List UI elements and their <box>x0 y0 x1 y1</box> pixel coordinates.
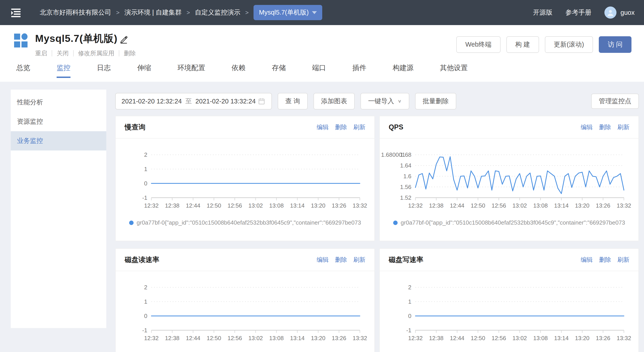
app-header: Mysql5.7(单机版) 重启 关闭 修改所属应用 删除 Web终端 构 建 … <box>0 25 644 82</box>
svg-text:12:32: 12:32 <box>408 202 423 209</box>
header-buttons: Web终端 构 建 更新(滚动) 访 问 <box>456 36 632 53</box>
breadcrumb-environment[interactable]: 演示环境 | 自建集群 <box>124 8 182 17</box>
user-avatar[interactable] <box>604 7 616 19</box>
svg-text:12:38: 12:38 <box>165 202 180 209</box>
tab-plugins[interactable]: 插件 <box>352 63 366 78</box>
divider <box>52 50 52 57</box>
tab-logs[interactable]: 日志 <box>97 63 111 78</box>
svg-text:13:32: 13:32 <box>617 335 631 341</box>
svg-text:13:26: 13:26 <box>596 202 610 209</box>
tab-build-source[interactable]: 构建源 <box>393 63 414 78</box>
build-button[interactable]: 构 建 <box>506 36 539 53</box>
restart-action[interactable]: 重启 <box>35 49 47 57</box>
tab-overview[interactable]: 总览 <box>16 63 30 78</box>
delete-chart-link[interactable]: 删除 <box>335 123 347 131</box>
delete-chart-link[interactable]: 删除 <box>599 256 611 264</box>
main-panel: 2021-02-20 12:32:24 至 2021-02-20 13:32:2… <box>115 82 639 352</box>
date-range-picker[interactable]: 2021-02-20 12:32:24 至 2021-02-20 13:32:2… <box>115 93 272 110</box>
tab-other-settings[interactable]: 其他设置 <box>440 63 468 78</box>
rolling-update-button[interactable]: 更新(滚动) <box>545 36 593 53</box>
visit-button[interactable]: 访 问 <box>599 36 632 53</box>
sidebar-item-resource-monitor[interactable]: 资源监控 <box>11 112 106 131</box>
slow-query-chart-canvas: 210-112:3212:3812:4412:5012:5613:0213:08… <box>116 139 374 213</box>
svg-text:12:56: 12:56 <box>492 335 506 341</box>
edit-chart-link[interactable]: 编辑 <box>581 256 593 264</box>
svg-text:12:44: 12:44 <box>450 202 464 209</box>
breadcrumb-separator: > <box>116 9 120 16</box>
svg-text:1: 1 <box>408 298 411 305</box>
refresh-chart-link[interactable]: 刷新 <box>353 256 366 264</box>
edit-chart-link[interactable]: 编辑 <box>581 123 593 131</box>
svg-text:12:50: 12:50 <box>471 335 485 341</box>
svg-text:0: 0 <box>144 180 147 187</box>
one-click-import-dropdown[interactable]: 一键导入 ∨ <box>360 93 409 110</box>
tab-env-config[interactable]: 环境配置 <box>178 63 205 78</box>
tab-ports[interactable]: 端口 <box>312 63 326 78</box>
tab-scaling[interactable]: 伸缩 <box>137 63 151 78</box>
card-actions: 编辑 删除 刷新 <box>317 256 366 264</box>
username[interactable]: guox <box>620 9 634 16</box>
change-app-action[interactable]: 修改所属应用 <box>78 49 114 57</box>
chart-legend: gr0a77bf-0{"app_id":"0510c15008b640efaf2… <box>116 219 374 226</box>
svg-text:12:50: 12:50 <box>207 335 221 341</box>
tab-dependencies[interactable]: 依赖 <box>232 63 246 78</box>
svg-text:13:08: 13:08 <box>269 202 284 209</box>
svg-text:13:32: 13:32 <box>353 202 367 209</box>
edit-chart-link[interactable]: 编辑 <box>317 256 329 264</box>
collapse-menu-icon[interactable] <box>10 6 22 19</box>
query-button[interactable]: 查 询 <box>278 93 308 110</box>
sidebar-item-business-monitor[interactable]: 业务监控 <box>11 131 106 150</box>
svg-text:12:50: 12:50 <box>207 202 221 209</box>
tab-monitor[interactable]: 监控 <box>56 63 70 78</box>
card-header: 磁盘写速率 编辑 删除 刷新 <box>380 249 638 271</box>
breadcrumb-application[interactable]: 自定义监控演示 <box>195 8 240 17</box>
delete-chart-link[interactable]: 删除 <box>599 123 611 131</box>
svg-text:2: 2 <box>408 284 411 290</box>
refresh-chart-link[interactable]: 刷新 <box>617 256 630 264</box>
svg-text:1.56: 1.56 <box>400 184 411 190</box>
card-actions: 编辑 删除 刷新 <box>317 123 366 131</box>
chart-title: 磁盘写速率 <box>389 255 423 264</box>
refresh-chart-link[interactable]: 刷新 <box>617 123 630 131</box>
divider <box>119 50 119 57</box>
svg-text:13:02: 13:02 <box>512 335 527 341</box>
svg-text:-1: -1 <box>142 195 147 201</box>
svg-text:13:20: 13:20 <box>311 202 325 209</box>
sidebar-item-performance[interactable]: 性能分析 <box>11 93 106 112</box>
svg-text:12:44: 12:44 <box>450 335 464 341</box>
edition-link[interactable]: 开源版 <box>533 8 552 17</box>
svg-text:12:38: 12:38 <box>429 202 444 209</box>
refresh-chart-link[interactable]: 刷新 <box>353 123 366 131</box>
disk-read-chart-canvas: 210-112:3212:3812:4412:5012:5613:0213:08… <box>116 272 374 345</box>
delete-action[interactable]: 删除 <box>124 49 136 57</box>
chart-card-disk-read: 磁盘读速率 编辑 删除 刷新 210-112:3212:3812:4412:50… <box>115 248 375 352</box>
svg-text:13:26: 13:26 <box>332 335 346 341</box>
divider <box>73 50 74 57</box>
component-selector-label: Mysql5.7(单机版) <box>259 8 308 17</box>
component-selector-dropdown[interactable]: Mysql5.7(单机版) <box>254 5 322 20</box>
add-chart-button[interactable]: 添加图表 <box>314 93 355 110</box>
component-actions: 重启 关闭 修改所属应用 删除 <box>35 49 136 57</box>
close-action[interactable]: 关闭 <box>56 49 69 57</box>
svg-text:12:38: 12:38 <box>429 335 444 341</box>
svg-text:13:14: 13:14 <box>290 202 304 209</box>
delete-chart-link[interactable]: 删除 <box>335 256 347 264</box>
svg-text:2: 2 <box>144 284 147 290</box>
manage-monitor-points-button[interactable]: 管理监控点 <box>591 94 639 109</box>
web-terminal-button[interactable]: Web终端 <box>456 36 500 53</box>
topbar-right: 开源版 参考手册 guox <box>533 7 634 19</box>
legend-dot-icon <box>129 221 134 225</box>
svg-text:13:26: 13:26 <box>596 335 610 341</box>
legend-label: gr0a77bf-0{"app_id":"0510c15008b640efaf2… <box>137 219 361 226</box>
breadcrumb-team[interactable]: 北京市好雨科技有限公司 <box>40 8 111 17</box>
edit-name-icon[interactable] <box>119 35 128 44</box>
manual-link[interactable]: 参考手册 <box>566 8 592 17</box>
svg-text:13:14: 13:14 <box>554 202 568 209</box>
edit-chart-link[interactable]: 编辑 <box>317 123 329 131</box>
one-click-import-label: 一键导入 <box>368 97 394 106</box>
page-title: Mysql5.7(单机版) <box>35 32 118 45</box>
card-actions: 编辑 删除 刷新 <box>581 256 630 264</box>
tab-storage[interactable]: 存储 <box>272 63 286 78</box>
svg-text:13:20: 13:20 <box>575 335 590 341</box>
batch-delete-button[interactable]: 批量删除 <box>415 93 456 110</box>
